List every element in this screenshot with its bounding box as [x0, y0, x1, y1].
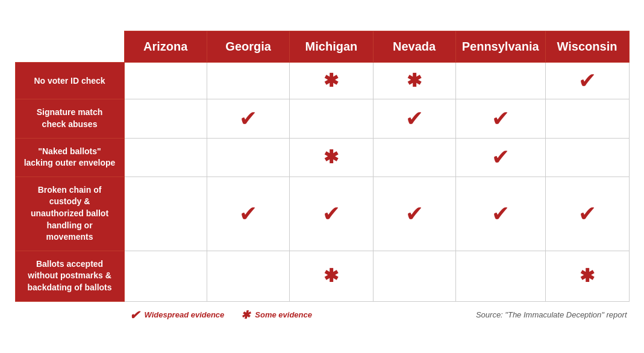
cell-0-2: ✱ [290, 63, 373, 99]
cell-1-4: ✔ [455, 99, 545, 138]
table-row: Ballots accepted without postmarks & bac… [15, 251, 629, 301]
asterisk-icon: ✱ [324, 147, 339, 167]
cell-4-5: ✱ [545, 251, 629, 301]
header-georgia: Georgia [207, 31, 289, 63]
table-row: No voter ID check✱✱✔ [15, 63, 629, 99]
cell-4-4 [455, 251, 545, 301]
check-icon: ✔ [578, 68, 596, 93]
table-footer: ✔ Widespread evidence ✱ Some evidence So… [15, 302, 630, 322]
main-container: Arizona Georgia Michigan Nevada Pennsylv… [15, 31, 630, 322]
check-icon: ✔ [405, 106, 424, 131]
legend-check-icon: ✔ [130, 308, 140, 322]
table-header-row: Arizona Georgia Michigan Nevada Pennsylv… [15, 31, 629, 63]
legend-asterisk-label: Some evidence [255, 310, 312, 319]
cell-1-0 [124, 99, 207, 138]
cell-3-3: ✔ [373, 176, 455, 251]
cell-2-5 [545, 138, 629, 176]
legend-asterisk-item: ✱ Some evidence [241, 308, 312, 322]
check-icon: ✔ [578, 201, 596, 226]
cell-2-4: ✔ [455, 138, 545, 176]
header-michigan: Michigan [290, 31, 373, 63]
table-row: Signature match check abuses✔✔✔ [15, 99, 629, 138]
asterisk-icon: ✱ [407, 70, 422, 90]
header-pennsylvania: Pennsylvania [455, 31, 545, 63]
cell-1-2 [290, 99, 373, 138]
table-row: Broken chain of custody & unauthorized b… [15, 176, 629, 251]
legend-check-item: ✔ Widespread evidence [130, 308, 225, 322]
check-icon: ✔ [492, 201, 510, 226]
legend-check-label: Widespread evidence [145, 310, 225, 319]
cell-2-1 [207, 138, 289, 176]
cell-0-3: ✱ [373, 63, 455, 99]
check-icon: ✔ [405, 201, 424, 226]
cell-2-3 [373, 138, 455, 176]
cell-0-5: ✔ [545, 63, 629, 99]
check-icon: ✔ [239, 106, 257, 131]
cell-4-1 [207, 251, 289, 301]
cell-0-0 [124, 63, 207, 99]
row-label-4: Ballots accepted without postmarks & bac… [15, 251, 124, 301]
cell-1-3: ✔ [373, 99, 455, 138]
cell-0-1 [207, 63, 289, 99]
cell-2-0 [124, 138, 207, 176]
cell-3-0 [124, 176, 207, 251]
asterisk-icon: ✱ [324, 70, 339, 90]
comparison-table: Arizona Georgia Michigan Nevada Pennsylv… [15, 31, 630, 301]
cell-4-0 [124, 251, 207, 301]
cell-2-2: ✱ [290, 138, 373, 176]
row-label-2: "Naked ballots" lacking outer envelope [15, 138, 124, 176]
check-icon: ✔ [322, 201, 340, 226]
row-label-1: Signature match check abuses [15, 99, 124, 138]
legend-asterisk-icon: ✱ [241, 308, 250, 322]
row-label-3: Broken chain of custody & unauthorized b… [15, 176, 124, 251]
cell-4-3 [373, 251, 455, 301]
asterisk-icon: ✱ [580, 266, 595, 286]
cell-4-2: ✱ [290, 251, 373, 301]
check-icon: ✔ [492, 106, 510, 131]
row-label-0: No voter ID check [15, 63, 124, 99]
legend: ✔ Widespread evidence ✱ Some evidence [130, 308, 312, 322]
empty-header [15, 31, 124, 63]
source-attribution: Source: "The Immaculate Deception" repor… [476, 310, 627, 319]
cell-1-1: ✔ [207, 99, 289, 138]
header-arizona: Arizona [124, 31, 207, 63]
check-icon: ✔ [239, 201, 257, 226]
cell-3-4: ✔ [455, 176, 545, 251]
cell-3-5: ✔ [545, 176, 629, 251]
cell-3-2: ✔ [290, 176, 373, 251]
header-wisconsin: Wisconsin [545, 31, 629, 63]
cell-1-5 [545, 99, 629, 138]
cell-0-4 [455, 63, 545, 99]
check-icon: ✔ [492, 145, 510, 169]
asterisk-icon: ✱ [324, 266, 339, 286]
table-row: "Naked ballots" lacking outer envelope✱✔ [15, 138, 629, 176]
header-nevada: Nevada [373, 31, 455, 63]
cell-3-1: ✔ [207, 176, 289, 251]
